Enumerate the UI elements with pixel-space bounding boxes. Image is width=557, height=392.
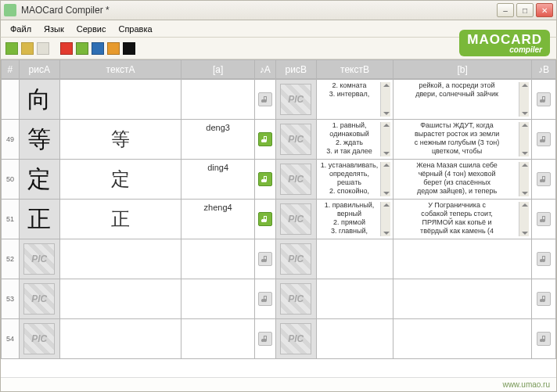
color-swatch-4[interactable] [123,42,135,55]
scrollbar-icon[interactable] [519,122,529,156]
picB-cell[interactable]: PIC [275,200,316,239]
add-button[interactable] [5,42,18,55]
b-cell[interactable]: Жена Мазая сшила себечёрный (4 тон) мехо… [393,160,531,200]
play-b-button[interactable] [537,292,551,306]
picB-cell[interactable]: PIC [275,319,316,359]
table-row[interactable]: 向PIC2. комната3. интервал,рейкой, а поср… [2,80,556,120]
textB-cell[interactable] [316,279,393,319]
b-cell[interactable]: Фашисты ЖДУТ, когдавырастет росток из зе… [393,120,531,160]
play-a-button[interactable] [258,212,272,226]
picA-cell[interactable]: 正 [19,200,59,239]
maximize-button[interactable]: □ [516,3,534,17]
transcription-cell[interactable] [181,239,254,279]
header-noteA[interactable]: ♪A [254,60,275,79]
textA-cell[interactable] [59,279,181,319]
scrollbar-icon[interactable] [519,202,529,236]
play-b-button[interactable] [537,252,551,266]
scrollbar-icon[interactable] [380,122,390,156]
footer-url[interactable]: www.umao.ru [502,380,550,389]
transcription-cell[interactable] [181,80,254,120]
play-a-button[interactable] [258,332,272,346]
play-a-button[interactable] [258,292,272,306]
picA-cell[interactable]: PIC [19,319,59,359]
menu-file[interactable]: Файл [4,23,38,35]
scrollbar-icon[interactable] [380,82,390,117]
textB-cell[interactable]: 1. правильный,верный2. прямой3. главный, [316,200,393,239]
table-row[interactable]: 53PICPIC [2,279,556,319]
table-row[interactable]: 52PICPIC [2,239,556,279]
textA-cell[interactable]: 定 [59,160,181,200]
textA-cell[interactable] [59,319,181,359]
menu-help[interactable]: Справка [112,23,158,35]
picA-cell[interactable]: 向 [19,80,59,120]
table-row[interactable]: 49等等deng3PIC1. равный,одинаковый2. ждать… [2,120,556,160]
picB-cell[interactable]: PIC [275,279,316,319]
picB-cell[interactable]: PIC [275,80,316,120]
header-num[interactable]: # [2,60,20,79]
textB-cell[interactable]: 2. комната3. интервал, [316,80,393,120]
minimize-button[interactable]: – [497,3,514,17]
close-button[interactable]: ✕ [536,3,553,17]
transcription-cell[interactable]: zheng4 [181,200,254,239]
header-a[interactable]: [a] [181,60,254,79]
picB-cell[interactable]: PIC [275,120,316,160]
picA-cell[interactable]: PIC [19,279,59,319]
color-swatch-2[interactable] [92,42,104,55]
textB-cell[interactable] [316,319,393,359]
app-logo: MAOCARD compiler [459,30,550,56]
color-swatch-3[interactable] [107,42,120,55]
noteA-cell [254,80,275,120]
header-b[interactable]: [b] [393,60,531,79]
header-noteB[interactable]: ♪B [531,60,555,79]
table-scroll[interactable]: 向PIC2. комната3. интервал,рейкой, а поср… [1,79,556,377]
textB-cell[interactable]: 1. устанавливать,определять,решать2. спо… [316,160,393,200]
scrollbar-icon[interactable] [519,82,529,117]
play-a-button[interactable] [258,172,272,186]
b-cell[interactable]: рейкой, а посреди этойдвери, солнечный з… [393,80,531,120]
picB-cell[interactable]: PIC [275,239,316,279]
textB-cell[interactable] [316,239,393,279]
play-b-button[interactable] [537,92,551,106]
transcription-cell[interactable]: deng3 [181,120,254,160]
scrollbar-icon[interactable] [519,162,529,196]
header-picB[interactable]: рисB [275,60,316,79]
b-cell[interactable]: У Пограничника ссобакой теперь стоит,ПРЯ… [393,200,531,239]
b-cell[interactable] [393,319,531,359]
menu-lang[interactable]: Язык [38,23,70,35]
picA-cell[interactable]: 等 [19,120,59,160]
textA-cell[interactable] [59,239,181,279]
remove-button[interactable] [21,42,34,55]
textA-cell[interactable] [59,80,181,120]
picA-cell[interactable]: PIC [19,239,59,279]
b-cell[interactable] [393,279,531,319]
play-b-button[interactable] [537,172,551,186]
play-b-button[interactable] [537,332,551,346]
transcription-cell[interactable]: ding4 [181,160,254,200]
textB-cell[interactable]: 1. равный,одинаковый2. ждать3. и так дал… [316,120,393,160]
color-swatch-0[interactable] [60,42,73,55]
play-b-button[interactable] [537,212,551,226]
play-a-button[interactable] [258,132,272,146]
color-swatch-1[interactable] [76,42,88,55]
table-row[interactable]: 50定定ding4PIC1. устанавливать,определять,… [2,160,556,200]
header-textA[interactable]: текстA [59,60,181,79]
b-cell[interactable] [393,239,531,279]
scrollbar-icon[interactable] [380,202,390,236]
play-a-button[interactable] [258,252,272,266]
clear-button[interactable] [37,42,49,55]
table-row[interactable]: 51正正zheng4PIC1. правильный,верный2. прям… [2,200,556,239]
header-textB[interactable]: текстB [316,60,393,79]
play-a-button[interactable] [258,92,272,106]
play-b-button[interactable] [537,132,551,146]
header-picA[interactable]: рисA [19,60,59,79]
textA-cell[interactable]: 正 [59,200,181,239]
table-row[interactable]: 54PICPIC [2,319,556,359]
scrollbar-icon[interactable] [380,162,390,196]
picB-cell[interactable]: PIC [275,160,316,200]
transcription-cell[interactable] [181,279,254,319]
textA-cell[interactable]: 等 [59,120,181,160]
glyphA: 等 [20,124,59,156]
menu-service[interactable]: Сервис [70,23,113,35]
transcription-cell[interactable] [181,319,254,359]
picA-cell[interactable]: 定 [19,160,59,200]
